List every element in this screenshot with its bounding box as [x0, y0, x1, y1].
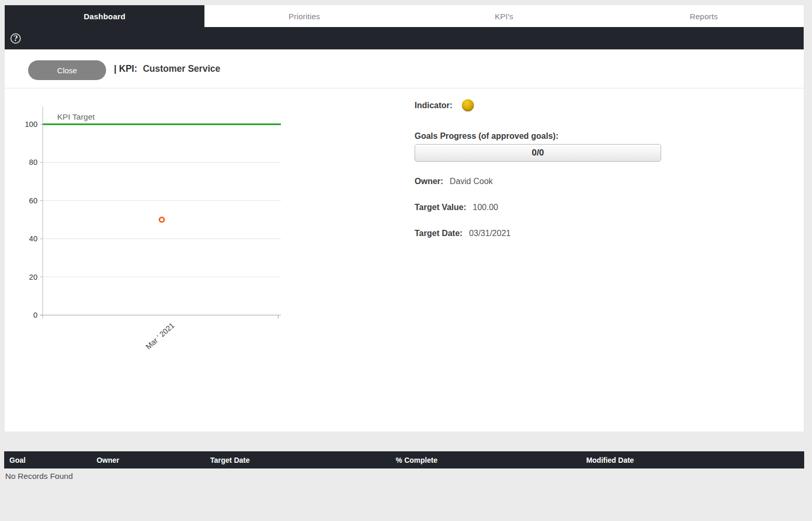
top-chrome: Dashboard Priorities KPI's Reports ? — [5, 5, 804, 49]
close-button[interactable]: Close — [28, 60, 106, 80]
target-value: 100.00 — [473, 203, 498, 212]
kpi-toolbar: Close | KPI: Customer Service — [5, 49, 804, 88]
tab-reports-label: Reports — [690, 12, 718, 21]
tab-kpis-label: KPI's — [495, 12, 513, 21]
goals-table-header: Goal Owner Target Date % Complete Modifi… — [4, 451, 804, 468]
owner-row: Owner: David Cook — [415, 177, 493, 186]
target-date-row: Target Date: 03/31/2021 — [415, 229, 511, 238]
svg-text:KPI Target: KPI Target — [57, 112, 95, 121]
target-date-label: Target Date: — [415, 229, 462, 238]
goals-progress-label: Goals Progress (of approved goals): — [415, 132, 559, 141]
kpi-title-name: Customer Service — [143, 63, 221, 74]
tab-kpis[interactable]: KPI's — [404, 5, 604, 27]
svg-text:0: 0 — [33, 311, 37, 319]
goals-progress-bar: 0/0 — [415, 144, 661, 162]
target-date: 03/31/2021 — [469, 229, 511, 238]
help-icon[interactable]: ? — [10, 33, 21, 44]
status-indicator-icon — [462, 99, 474, 111]
header-bar: ? — [5, 27, 804, 49]
tab-dashboard[interactable]: Dashboard — [5, 5, 204, 27]
kpi-chart: 020406080100KPI TargetMar ' 2021 — [5, 96, 379, 408]
goals-table: Goal Owner Target Date % Complete Modifi… — [4, 451, 804, 481]
tab-reports[interactable]: Reports — [604, 5, 804, 27]
goals-col-owner: Owner — [92, 456, 205, 464]
svg-text:Mar ' 2021: Mar ' 2021 — [144, 321, 176, 351]
top-tabs: Dashboard Priorities KPI's Reports — [5, 5, 804, 27]
goals-col-percent-complete: % Complete — [391, 456, 581, 464]
content-panel: Close | KPI: Customer Service 0204060801… — [5, 49, 804, 432]
tab-priorities-label: Priorities — [289, 12, 320, 21]
kpi-chart-svg: 020406080100KPI TargetMar ' 2021 — [5, 96, 379, 408]
goals-col-goal: Goal — [4, 456, 92, 464]
no-records-message: No Records Found — [4, 468, 804, 481]
indicator-label: Indicator: — [415, 101, 453, 110]
owner-label: Owner: — [415, 177, 443, 186]
svg-text:60: 60 — [29, 197, 37, 205]
target-value-row: Target Value: 100.00 — [415, 203, 498, 212]
goals-col-target-date: Target Date — [205, 456, 391, 464]
svg-text:100: 100 — [25, 120, 37, 128]
goals-progress-value: 0/0 — [532, 148, 544, 158]
owner-value: David Cook — [450, 177, 493, 186]
kpi-title-prefix: | KPI: — [114, 63, 137, 74]
svg-text:80: 80 — [29, 158, 37, 166]
svg-text:40: 40 — [29, 235, 37, 243]
indicator-row: Indicator: — [415, 99, 474, 111]
kpi-title: | KPI: Customer Service — [114, 63, 220, 74]
svg-text:20: 20 — [29, 273, 37, 281]
goals-col-modified-date: Modified Date — [581, 456, 804, 464]
kpi-dashboard-app: Dashboard Priorities KPI's Reports ? Clo… — [0, 0, 812, 521]
tab-priorities[interactable]: Priorities — [204, 5, 404, 27]
target-value-label: Target Value: — [415, 203, 466, 212]
tab-dashboard-label: Dashboard — [84, 12, 125, 21]
